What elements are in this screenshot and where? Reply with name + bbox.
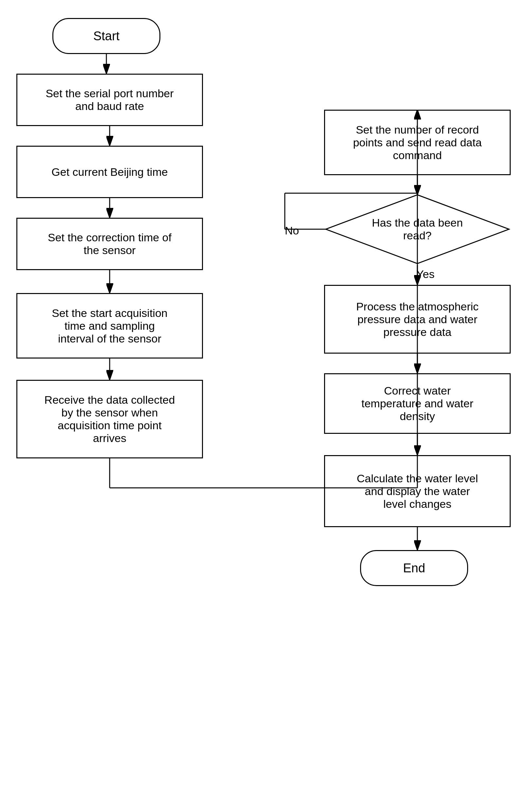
serial-port-label: Set the serial port numberand baud rate bbox=[45, 87, 174, 113]
end-label: End bbox=[403, 561, 425, 575]
beijing-time-process: Get current Beijing time bbox=[16, 146, 203, 198]
data-read-decision: Has the data beenread? bbox=[324, 193, 511, 265]
correction-time-label: Set the correction time ofthe sensor bbox=[48, 231, 172, 257]
receive-data-label: Receive the data collectedby the sensor … bbox=[45, 394, 175, 445]
serial-port-process: Set the serial port numberand baud rate bbox=[16, 74, 203, 126]
correct-water-process: Correct watertemperature and waterdensit… bbox=[324, 373, 511, 434]
beijing-time-label: Get current Beijing time bbox=[52, 166, 167, 178]
correction-time-process: Set the correction time ofthe sensor bbox=[16, 218, 203, 270]
yes-label: Yes bbox=[416, 268, 435, 280]
process-pressure-label: Process the atmosphericpressure data and… bbox=[356, 300, 479, 338]
flowchart: Start Set the serial port numberand baud… bbox=[0, 0, 529, 812]
correct-water-label: Correct watertemperature and waterdensit… bbox=[362, 385, 473, 423]
svg-marker-0 bbox=[326, 195, 509, 264]
acquisition-time-process: Set the start acquisitiontime and sampli… bbox=[16, 293, 203, 359]
record-points-process: Set the number of recordpoints and send … bbox=[324, 110, 511, 175]
acquisition-time-label: Set the start acquisitiontime and sampli… bbox=[52, 307, 167, 345]
calculate-water-label: Calculate the water leveland display the… bbox=[357, 472, 478, 510]
calculate-water-process: Calculate the water leveland display the… bbox=[324, 455, 511, 527]
process-pressure-process: Process the atmosphericpressure data and… bbox=[324, 285, 511, 353]
receive-data-process: Receive the data collectedby the sensor … bbox=[16, 380, 203, 459]
start-terminal: Start bbox=[53, 18, 160, 54]
record-points-label: Set the number of recordpoints and send … bbox=[353, 124, 482, 162]
start-label: Start bbox=[93, 29, 119, 43]
no-label: No bbox=[285, 224, 299, 237]
end-terminal: End bbox=[360, 550, 468, 586]
